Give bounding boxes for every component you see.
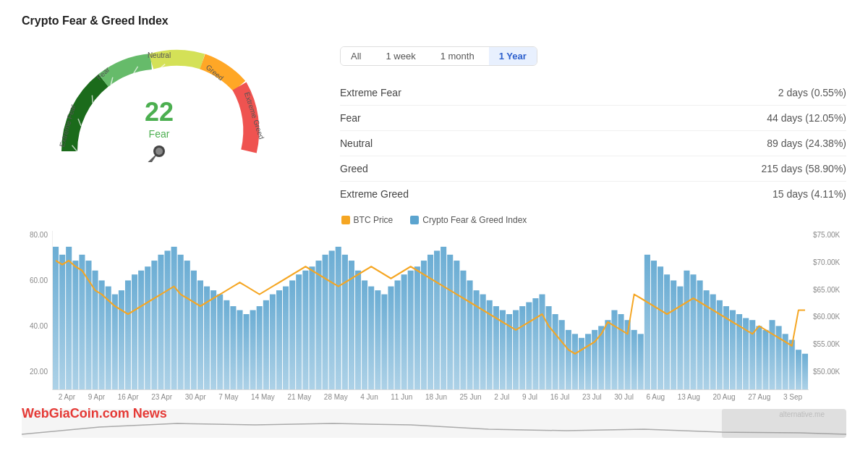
svg-rect-42 <box>217 295 223 389</box>
x-axis: 2 Apr 9 Apr 16 Apr 23 Apr 30 Apr 7 May 1… <box>52 390 809 401</box>
svg-rect-88 <box>519 306 525 389</box>
svg-rect-69 <box>395 280 401 389</box>
svg-rect-107 <box>644 255 650 389</box>
svg-rect-125 <box>762 330 768 389</box>
svg-rect-30 <box>138 271 144 389</box>
svg-rect-106 <box>638 334 644 389</box>
svg-rect-34 <box>164 250 170 389</box>
svg-rect-89 <box>526 303 532 389</box>
svg-rect-29 <box>132 274 137 389</box>
svg-rect-59 <box>329 250 335 389</box>
svg-rect-92 <box>546 306 552 389</box>
svg-rect-44 <box>230 306 236 389</box>
legend-btc-label: BTC Price <box>354 215 393 225</box>
chart-inner: 80.00 60.00 40.00 20.00 $75.00K <box>22 231 846 390</box>
svg-rect-53 <box>289 280 295 389</box>
time-btn-all[interactable]: All <box>341 47 371 65</box>
svg-rect-74 <box>427 255 433 389</box>
chart-source: alternative.me <box>779 410 825 418</box>
legend-btc: BTC Price <box>341 215 393 225</box>
svg-rect-90 <box>532 298 538 389</box>
svg-rect-103 <box>618 314 624 389</box>
time-btn-1month[interactable]: 1 month <box>430 47 485 65</box>
svg-rect-78 <box>454 261 459 389</box>
svg-rect-65 <box>368 287 374 389</box>
stat-value-extreme-greed: 15 days (4.11%) <box>773 188 846 200</box>
svg-rect-39 <box>197 280 203 389</box>
stat-label-greed: Greed <box>340 163 368 174</box>
time-filter: All 1 week 1 month 1 Year <box>340 46 537 66</box>
svg-rect-113 <box>684 271 689 389</box>
chart-area: 80.00 60.00 40.00 20.00 $75.00K <box>22 231 846 405</box>
stat-row-neutral: Neutral 89 days (24.38%) <box>340 131 846 156</box>
svg-rect-114 <box>690 274 696 389</box>
chart-bars-container <box>52 231 809 390</box>
stat-row-extreme-fear: Extreme Fear 2 days (0.55%) <box>340 80 846 106</box>
stat-value-extreme-fear: 2 days (0.55%) <box>778 87 846 98</box>
svg-rect-49 <box>263 300 269 389</box>
stats-section: All 1 week 1 month 1 Year Extreme Fear 2… <box>297 39 846 206</box>
svg-rect-33 <box>158 255 163 389</box>
gauge-value: 22 <box>145 97 174 127</box>
svg-rect-70 <box>401 274 407 389</box>
svg-rect-94 <box>559 320 565 389</box>
svg-text:Neutral: Neutral <box>148 51 171 59</box>
svg-rect-43 <box>224 300 229 389</box>
stat-row-greed: Greed 215 days (58.90%) <box>340 156 846 182</box>
svg-rect-87 <box>513 311 519 390</box>
svg-rect-54 <box>296 274 302 389</box>
svg-rect-56 <box>309 266 315 389</box>
svg-rect-38 <box>191 271 197 389</box>
svg-rect-35 <box>171 247 177 389</box>
page-container: Crypto Fear & Greed Index <box>0 0 868 456</box>
mini-chart[interactable] <box>22 409 846 438</box>
svg-rect-71 <box>408 271 414 389</box>
gauge-label: Fear <box>149 128 170 140</box>
stat-label-neutral: Neutral <box>340 138 373 149</box>
legend-index-label: Crypto Fear & Greed Index <box>422 215 527 225</box>
stat-row-extreme-greed: Extreme Greed 15 days (4.11%) <box>340 182 846 206</box>
svg-rect-77 <box>447 255 453 389</box>
svg-rect-76 <box>441 247 446 389</box>
time-btn-1week[interactable]: 1 week <box>375 47 425 65</box>
svg-rect-63 <box>355 271 361 389</box>
y-axis-left: 80.00 60.00 40.00 20.00 <box>22 231 52 390</box>
legend-index-dot <box>410 216 419 224</box>
svg-rect-102 <box>611 311 617 390</box>
svg-rect-32 <box>151 261 157 389</box>
stat-label-extreme-greed: Extreme Greed <box>340 188 409 200</box>
svg-rect-124 <box>756 326 762 389</box>
stat-value-fear: 44 days (12.05%) <box>767 112 846 124</box>
legend-btc-dot <box>341 216 350 224</box>
svg-rect-27 <box>119 290 124 389</box>
svg-rect-58 <box>323 255 328 389</box>
svg-rect-28 <box>125 280 131 389</box>
svg-rect-66 <box>375 290 380 389</box>
svg-rect-48 <box>257 306 263 389</box>
mini-chart-svg <box>22 409 846 438</box>
gauge-section: Extreme Fear Fear Neutral Greed Extreme … <box>22 39 297 162</box>
chart-section: BTC Price Crypto Fear & Greed Index 80.0… <box>22 215 846 438</box>
stat-rows: Extreme Fear 2 days (0.55%) Fear 44 days… <box>340 80 846 206</box>
svg-rect-68 <box>388 287 393 389</box>
svg-rect-115 <box>697 280 703 389</box>
time-btn-1year[interactable]: 1 Year <box>489 47 537 65</box>
stat-label-fear: Fear <box>340 112 361 124</box>
svg-rect-19 <box>66 247 72 389</box>
svg-rect-20 <box>72 261 78 389</box>
svg-rect-50 <box>270 295 276 389</box>
legend-index: Crypto Fear & Greed Index <box>410 215 527 225</box>
svg-rect-31 <box>145 266 150 389</box>
svg-rect-17 <box>53 247 59 389</box>
gauge-container: Extreme Fear Fear Neutral Greed Extreme … <box>51 39 268 162</box>
svg-rect-105 <box>631 330 637 389</box>
svg-rect-127 <box>776 326 782 389</box>
page-title: Crypto Fear & Greed Index <box>22 14 846 28</box>
svg-rect-52 <box>283 287 289 389</box>
chart-legend: BTC Price Crypto Fear & Greed Index <box>22 215 846 225</box>
gauge-center: 22 Fear <box>145 97 174 140</box>
svg-rect-18 <box>59 255 65 389</box>
svg-rect-112 <box>677 287 683 389</box>
chart-svg <box>53 231 809 389</box>
svg-rect-41 <box>210 290 216 389</box>
